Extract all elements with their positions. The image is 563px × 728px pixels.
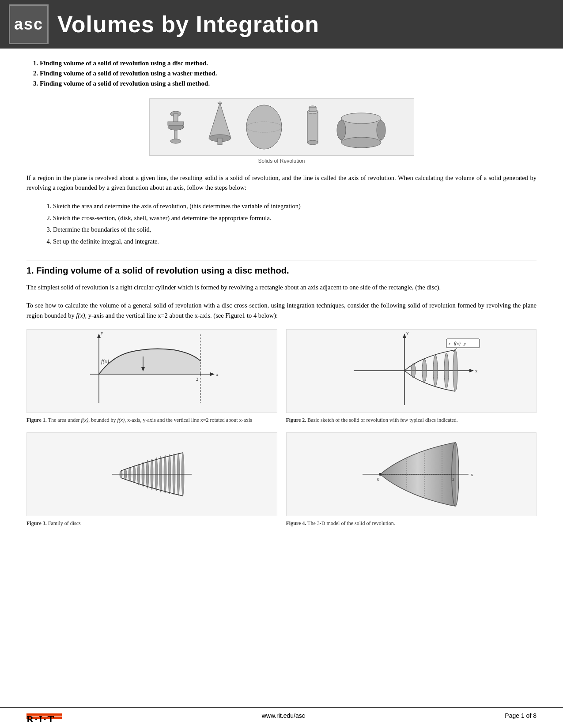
figure-1: f(x) x y 2 Figure 1. The area under f(x)…	[26, 329, 277, 424]
figure-4-label: Figure 4.	[286, 520, 306, 526]
section1-para1: The simplest solid of revolution is a ri…	[26, 282, 537, 293]
figure-2-text: Basic sketch of the solid of revolution …	[307, 417, 458, 423]
svg-point-42	[453, 350, 457, 391]
footer-url: www.rit.edu/asc	[262, 712, 305, 719]
figure3-svg	[77, 434, 227, 515]
step-1: Sketch the area and determine the axis o…	[53, 202, 537, 211]
step-3: Determine the boundaries of the solid,	[53, 225, 537, 235]
svg-point-10	[246, 105, 282, 149]
svg-text:0: 0	[377, 477, 379, 482]
section1-para2: To see how to calculate the volume of a …	[26, 300, 537, 321]
svg-rect-5	[168, 122, 184, 125]
figure-2-caption: Figure 2. Basic sketch of the solid of r…	[286, 417, 458, 424]
svg-point-19	[341, 137, 381, 148]
table-of-contents: Finding volume of a solid of revolution …	[26, 60, 537, 87]
solids-image	[149, 98, 414, 156]
page-header: asc Volumes by Integration	[0, 0, 563, 49]
svg-text:r=f(x)=y: r=f(x)=y	[449, 341, 466, 346]
page-title: Volumes by Integration	[57, 11, 319, 38]
svg-point-38	[411, 364, 416, 378]
svg-point-40	[433, 355, 438, 386]
toc-item-3: Finding volume of a solid of revolution …	[40, 80, 537, 87]
svg-point-20	[337, 120, 346, 140]
svg-point-18	[341, 113, 381, 124]
solids-caption: Solids of Revolution	[26, 158, 537, 164]
figure-1-text: The area under f(x), bounded by f(x), x-…	[48, 417, 252, 423]
svg-text:x: x	[471, 472, 473, 477]
toc-list: Finding volume of a solid of revolution …	[26, 60, 537, 87]
toc-item-1: Finding volume of a solid of revolution …	[40, 60, 537, 67]
solids-svg	[154, 101, 410, 154]
toc-item-2: Finding volume of a solid of revolution …	[40, 70, 537, 77]
figure-2: r=f(x)=y x y Figure 2. Basic sketch of t…	[286, 329, 537, 424]
figure-1-image: f(x) x y 2	[26, 329, 277, 413]
figure-4: x 0 2 Figure 4. The 3-D model of the sol…	[286, 432, 537, 527]
rit-logo: R·I·T	[26, 713, 62, 719]
figure-1-caption: Figure 1. The area under f(x), bounded b…	[26, 417, 252, 424]
svg-text:x: x	[475, 368, 478, 373]
figure-2-image: r=f(x)=y x y	[286, 329, 537, 413]
svg-point-39	[422, 359, 427, 382]
rit-logo-text: R·I·T	[26, 713, 62, 716]
figure-3-text: Family of discs	[48, 520, 81, 526]
svg-point-21	[377, 120, 385, 140]
svg-marker-25	[210, 372, 215, 376]
svg-point-70	[379, 473, 382, 476]
svg-marker-24	[97, 334, 101, 338]
svg-text:f(x): f(x)	[101, 358, 109, 364]
svg-point-8	[218, 102, 222, 104]
svg-rect-16	[309, 107, 316, 112]
intro-paragraph: If a region in the plane is revolved abo…	[26, 173, 537, 193]
svg-point-4	[170, 139, 181, 143]
figure-3-image	[26, 432, 277, 516]
svg-marker-36	[469, 369, 474, 372]
page-footer: R·I·T www.rit.edu/asc Page 1 of 8	[0, 707, 563, 719]
step-2: Sketch the cross-section, (disk, shell, …	[53, 214, 537, 223]
figure1-svg: f(x) x y 2	[77, 330, 227, 412]
figure4-svg: x 0 2	[336, 434, 486, 515]
figure-4-text: The 3-D model of the solid of revolution…	[307, 520, 395, 526]
ordered-steps: Sketch the area and determine the axis o…	[53, 202, 537, 247]
steps-list: Sketch the area and determine the axis o…	[53, 202, 537, 247]
figure-3: Figure 3. Family of discs	[26, 432, 277, 527]
figures-grid: f(x) x y 2 Figure 1. The area under f(x)…	[26, 329, 537, 528]
figure2-svg: r=f(x)=y x y	[336, 330, 486, 412]
svg-text:y: y	[101, 330, 103, 335]
figure-3-caption: Figure 3. Family of discs	[26, 520, 81, 527]
svg-rect-12	[307, 112, 318, 143]
svg-rect-9	[218, 138, 222, 145]
svg-text:2: 2	[196, 377, 198, 382]
main-content: Finding volume of a solid of revolution …	[0, 60, 563, 527]
figure-3-label: Figure 3.	[26, 520, 47, 526]
figure-1-label: Figure 1.	[26, 417, 47, 423]
svg-text:x: x	[216, 372, 219, 377]
svg-point-41	[444, 353, 449, 388]
figure-4-caption: Figure 4. The 3-D model of the solid of …	[286, 520, 395, 527]
svg-text:2: 2	[452, 477, 454, 482]
solids-figure: Solids of Revolution	[26, 98, 537, 164]
svg-marker-37	[403, 334, 406, 338]
svg-point-14	[307, 140, 318, 145]
figure-4-image: x 0 2	[286, 432, 537, 516]
svg-text:y: y	[406, 330, 409, 335]
asc-logo-text: asc	[14, 15, 43, 34]
figure-2-label: Figure 2.	[286, 417, 306, 423]
svg-marker-6	[209, 103, 231, 138]
footer-page: Page 1 of 8	[505, 712, 537, 719]
step-4: Set up the definite integral, and integr…	[53, 237, 537, 247]
section-1-heading: 1. Finding volume of a solid of revoluti…	[26, 260, 537, 276]
asc-logo-box: asc	[9, 4, 49, 44]
